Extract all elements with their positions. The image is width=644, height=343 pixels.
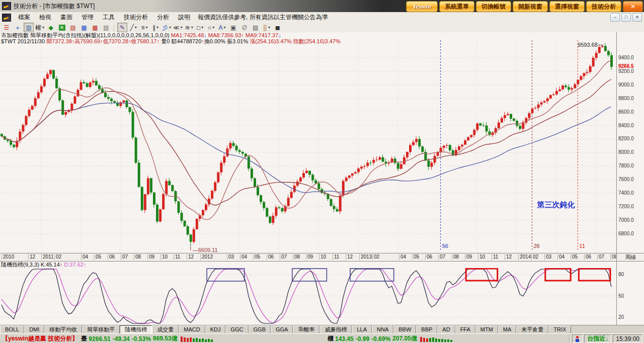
- chart-type-icon[interactable]: ▥: [24, 23, 34, 32]
- connection-status-icon: [575, 336, 580, 342]
- trendline-tool-icon[interactable]: ╱▾: [128, 23, 138, 32]
- main-candlestick-chart[interactable]: 5626119593.68—6609.11第三次鈍化: [0, 40, 616, 253]
- save-icon[interactable]: ◼: [273, 23, 283, 32]
- quote-board-icon[interactable]: ☰: [2, 23, 12, 32]
- tab-GGC[interactable]: GGC: [225, 325, 248, 334]
- price-tick-8400: 8400.0: [618, 123, 634, 128]
- contract-cell[interactable]: 台指近 ↓: [584, 334, 611, 343]
- tab-MACD[interactable]: MACD: [179, 325, 205, 334]
- tab-GGA[interactable]: GGA: [271, 325, 293, 334]
- svg-text:11: 11: [579, 243, 585, 249]
- ellipse-tool-icon[interactable]: ○▾: [206, 23, 216, 32]
- tse-change: -49.34: [113, 335, 130, 342]
- otc-quote-group: 櫃 143.45 -0.99 -0.69% 207.05億: [328, 334, 419, 343]
- x-tick-11: 11: [174, 254, 180, 260]
- tab-成交量[interactable]: 成交量: [152, 325, 179, 334]
- otc-label: 櫃: [328, 334, 334, 343]
- fan-lines-icon[interactable]: 彡▾: [162, 23, 172, 32]
- eraser-icon[interactable]: ∅: [239, 23, 250, 32]
- vertical-lines-icon[interactable]: ∥▾: [150, 23, 160, 32]
- minimize-button[interactable]: –: [610, 13, 620, 22]
- tab-KDJ[interactable]: KDJ: [205, 325, 226, 334]
- close-button[interactable]: ✕: [623, 1, 643, 12]
- tab-MTM[interactable]: MTM: [475, 325, 498, 334]
- svg-text:56: 56: [442, 243, 448, 249]
- tab-DMI[interactable]: DMI: [24, 325, 44, 334]
- child-window-controls: –□✕: [609, 13, 642, 22]
- layout-4-icon[interactable]: ▨: [101, 23, 111, 32]
- crosshair-move-icon[interactable]: ＋: [13, 23, 23, 32]
- tab-TRIX[interactable]: TRIX: [548, 325, 571, 334]
- brand-label: 【yeswin越是贏 技術分析】: [2, 334, 78, 343]
- restore-button[interactable]: □: [621, 13, 631, 22]
- menu-說明[interactable]: 說明: [174, 13, 195, 22]
- x-tick-05: 05: [412, 254, 419, 260]
- tab-NNA[interactable]: NNA: [372, 325, 393, 334]
- tab-威廉指標[interactable]: 威廉指標: [319, 325, 352, 334]
- tse-volume-minichart: [181, 335, 214, 342]
- document-icon[interactable]: [2, 14, 11, 22]
- clock-cell: 15:39:00: [613, 334, 642, 343]
- titlebar-button-4[interactable]: 選擇視窗: [549, 1, 585, 12]
- gann-fan-icon[interactable]: ≪▾: [173, 23, 183, 32]
- page-icon[interactable]: ▤: [251, 23, 261, 32]
- menu-管理[interactable]: 管理: [77, 13, 98, 22]
- app-icon: [2, 2, 11, 10]
- tse-quote-group: 臺 9266.51 -49.34 -0.53% 989.53億: [81, 334, 179, 343]
- tab-LLA[interactable]: LLA: [352, 325, 372, 334]
- contract-name: 台指近: [587, 334, 605, 343]
- layout-2-icon[interactable]: ▦: [79, 23, 89, 32]
- menu-檢視[interactable]: 檢視: [35, 13, 56, 22]
- title-bar-buttons: Yeswin 系統選單切換帳號開新視窗選擇視窗技術分析 ✕: [405, 1, 643, 12]
- titlebar-button-5[interactable]: 技術分析: [586, 1, 621, 12]
- tab-GGB[interactable]: GGB: [249, 325, 271, 334]
- palette-grid-icon[interactable]: ⣿▾: [262, 23, 272, 32]
- titlebar-button-2[interactable]: 切換帳號: [476, 1, 511, 12]
- tab-MA[interactable]: MA: [498, 325, 517, 334]
- tab-隨機指標[interactable]: 隨機指標: [120, 325, 152, 334]
- price-tick-8600: 8600.0: [618, 109, 634, 115]
- indicator-tab-bar: BOLLDMI移動平均收簡單移動平隨機指標成交量MACDKDJGGCGGBGGA…: [0, 325, 644, 334]
- x-tick-2011: 2011: [41, 254, 54, 260]
- tab-FFA[interactable]: FFA: [455, 325, 475, 334]
- rights-restore-icon[interactable]: 權▾: [35, 23, 45, 32]
- duplicate-icon[interactable]: ▣: [228, 23, 238, 32]
- tab-AD[interactable]: AD: [437, 325, 455, 334]
- tab-移動平均收[interactable]: 移動平均收: [44, 325, 82, 334]
- menu-畫面[interactable]: 畫面: [56, 13, 77, 22]
- kd-indicator-chart[interactable]: [0, 268, 616, 324]
- x-tick-04: 04: [557, 254, 565, 260]
- menu-分析[interactable]: 分析: [152, 13, 174, 22]
- wave-tool-icon[interactable]: ≋▾: [184, 23, 194, 32]
- menu-工具[interactable]: 工具: [98, 13, 119, 22]
- chart-area: 市加權指數 簡單移動平均(含扣抵)(解盤)(11,0,0,0,0,0,0,26,…: [0, 32, 644, 325]
- titlebar-button-3[interactable]: 開新視窗: [513, 1, 548, 12]
- x-tick-10: 10: [319, 254, 326, 260]
- tab-簡單移動平[interactable]: 簡單移動平: [82, 325, 120, 334]
- tab-未平倉量[interactable]: 未平倉量: [516, 325, 548, 334]
- layout-1-icon[interactable]: ▤: [68, 23, 78, 32]
- channel-lines-icon[interactable]: ≡▾: [139, 23, 149, 32]
- otc-change-pct: -0.69%: [371, 335, 390, 342]
- tab-BBP[interactable]: BBP: [416, 325, 437, 334]
- draw-mode-icon[interactable]: ✎: [117, 23, 127, 32]
- x-tick-04: 04: [399, 254, 406, 260]
- svg-text:9593.68: 9593.68: [578, 42, 598, 48]
- titlebar-button-1[interactable]: 系統選單: [439, 1, 474, 12]
- tab-BOLL[interactable]: BOLL: [0, 325, 24, 334]
- price-tick-8200: 8200.0: [618, 136, 634, 141]
- layout-3-icon[interactable]: ▩: [90, 23, 100, 32]
- menu-技術分析[interactable]: 技術分析: [119, 13, 152, 22]
- tab-BBW[interactable]: BBW: [393, 325, 416, 334]
- close-child-button[interactable]: ✕: [632, 13, 642, 22]
- color-theme-icon[interactable]: ◆: [46, 23, 56, 32]
- rectangle-tool-icon[interactable]: □▾: [195, 23, 205, 32]
- period-label[interactable]: 周線: [617, 253, 644, 262]
- x-tick-2014: 2014: [518, 254, 531, 260]
- kd-indicator-legend: 隨機指標(9,3,3) K:45.14↑ D:37.62↑: [1, 261, 86, 269]
- text-tool-icon[interactable]: A▾: [217, 23, 227, 32]
- menu-檔案[interactable]: 檔案: [14, 13, 35, 22]
- grid-toggle-icon[interactable]: ✕: [57, 23, 67, 32]
- price-tick-7400: 7400.0: [618, 190, 634, 196]
- tab-乖離率[interactable]: 乖離率: [293, 325, 319, 334]
